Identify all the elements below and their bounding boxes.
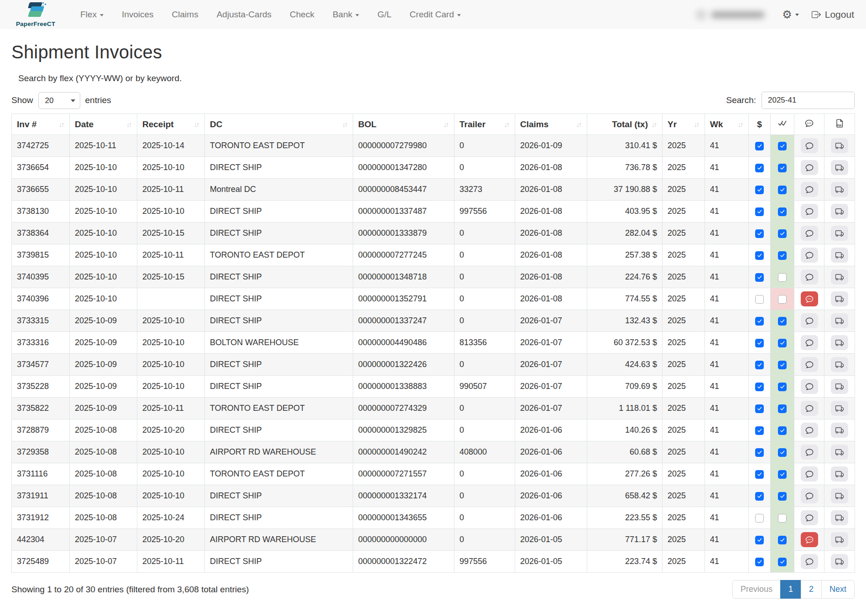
shipment-pdf-button[interactable] [831,269,848,285]
shipment-pdf-button[interactable] [831,379,848,394]
comment-button[interactable] [801,401,818,416]
verified-checkbox[interactable] [778,186,787,194]
page-button-2[interactable]: 2 [801,580,822,599]
verified-checkbox[interactable] [778,207,787,216]
next-page-button[interactable]: Next [821,580,855,599]
verified-checkbox[interactable] [778,470,787,479]
verified-checkbox[interactable] [778,426,787,435]
paid-checkbox[interactable] [755,207,764,216]
paid-checkbox[interactable] [755,426,764,435]
comment-button[interactable] [801,532,818,547]
verified-checkbox[interactable] [778,142,787,150]
paid-checkbox[interactable] [755,186,764,194]
nav-item-bank[interactable]: Bank [323,5,368,24]
nav-item-adjusta-cards[interactable]: Adjusta-Cards [208,5,281,24]
comment-button[interactable] [801,379,818,394]
search-input[interactable] [762,92,855,109]
nav-item-flex[interactable]: Flex [71,5,113,24]
comment-button[interactable] [801,554,818,569]
verified-checkbox[interactable] [778,339,787,347]
page-length-select[interactable]: 20 [38,92,80,109]
verified-checkbox[interactable] [778,558,787,566]
verified-checkbox[interactable] [778,361,787,369]
column-header-receipt[interactable]: Receipt↓↑ [137,114,205,135]
shipment-pdf-button[interactable] [831,445,848,460]
verified-checkbox[interactable] [778,164,787,172]
comment-button[interactable] [801,204,818,219]
comment-button[interactable] [801,335,818,350]
paid-checkbox[interactable] [755,251,764,260]
shipment-pdf-button[interactable] [831,423,848,438]
nav-item-invoices[interactable]: Invoices [113,5,163,24]
logout-button[interactable]: Logout [812,9,854,20]
paid-checkbox[interactable] [755,514,764,523]
comment-button[interactable] [801,291,818,306]
brand-logo[interactable]: PaperFreeCT [12,2,59,27]
comment-button[interactable] [801,269,818,285]
shipment-pdf-button[interactable] [831,357,848,372]
comment-button[interactable] [801,138,818,153]
column-header-date[interactable]: Date↓↑ [70,114,137,135]
verified-checkbox[interactable] [778,273,787,282]
paid-checkbox[interactable] [755,404,764,413]
column-header-yr[interactable]: Yr↓↑ [663,114,705,135]
verified-checkbox[interactable] [778,229,787,238]
verified-checkbox[interactable] [778,404,787,413]
verified-checkbox[interactable] [778,295,787,304]
paid-checkbox[interactable] [755,361,764,369]
comment-button[interactable] [801,182,818,197]
paid-checkbox[interactable] [755,164,764,172]
shipment-pdf-button[interactable] [831,510,848,525]
shipment-pdf-button[interactable] [831,554,848,569]
paid-checkbox[interactable] [755,470,764,479]
paid-checkbox[interactable] [755,295,764,304]
settings-menu-button[interactable]: ⚙ [782,9,799,20]
paid-checkbox[interactable] [755,536,764,544]
verified-checkbox[interactable] [778,251,787,260]
column-header-total-tx[interactable]: Total (tx)↓↑ [587,114,663,135]
shipment-pdf-button[interactable] [831,401,848,416]
paid-checkbox[interactable] [755,383,764,391]
shipment-pdf-button[interactable] [831,488,848,503]
comment-button[interactable] [801,423,818,438]
comment-button[interactable] [801,248,818,263]
verified-checkbox[interactable] [778,492,787,501]
nav-item-g-l[interactable]: G/L [368,5,401,24]
column-header-wk[interactable]: Wk↓↑ [705,114,749,135]
nav-item-claims[interactable]: Claims [163,5,208,24]
shipment-pdf-button[interactable] [831,138,848,153]
verified-checkbox[interactable] [778,536,787,544]
verified-checkbox[interactable] [778,448,787,457]
shipment-pdf-button[interactable] [831,335,848,350]
verified-checkbox[interactable] [778,383,787,391]
paid-checkbox[interactable] [755,273,764,282]
column-header-claims[interactable]: Claims↓↑ [515,114,587,135]
shipment-pdf-button[interactable] [831,313,848,328]
previous-page-button[interactable]: Previous [732,580,781,599]
comment-button[interactable] [801,160,818,175]
shipment-pdf-button[interactable] [831,204,848,219]
shipment-pdf-button[interactable] [831,182,848,197]
nav-item-credit-card[interactable]: Credit Card [401,5,470,24]
paid-checkbox[interactable] [755,229,764,238]
comment-button[interactable] [801,510,818,525]
shipment-pdf-button[interactable] [831,226,848,241]
paid-checkbox[interactable] [755,558,764,566]
comment-button[interactable] [801,488,818,503]
column-header-inv[interactable]: Inv #↓↑ [12,114,70,135]
comment-button[interactable] [801,313,818,328]
verified-checkbox[interactable] [778,317,787,326]
column-header-trailer[interactable]: Trailer↓↑ [454,114,515,135]
paid-checkbox[interactable] [755,339,764,347]
shipment-pdf-button[interactable] [831,248,848,263]
page-button-1[interactable]: 1 [780,580,801,599]
comment-button[interactable] [801,226,818,241]
column-header-dc[interactable]: DC↓↑ [205,114,353,135]
shipment-pdf-button[interactable] [831,466,848,481]
paid-checkbox[interactable] [755,142,764,150]
column-header-bol[interactable]: BOL↓↑ [353,114,454,135]
verified-checkbox[interactable] [778,514,787,523]
shipment-pdf-button[interactable] [831,532,848,547]
shipment-pdf-button[interactable] [831,160,848,175]
comment-button[interactable] [801,357,818,372]
